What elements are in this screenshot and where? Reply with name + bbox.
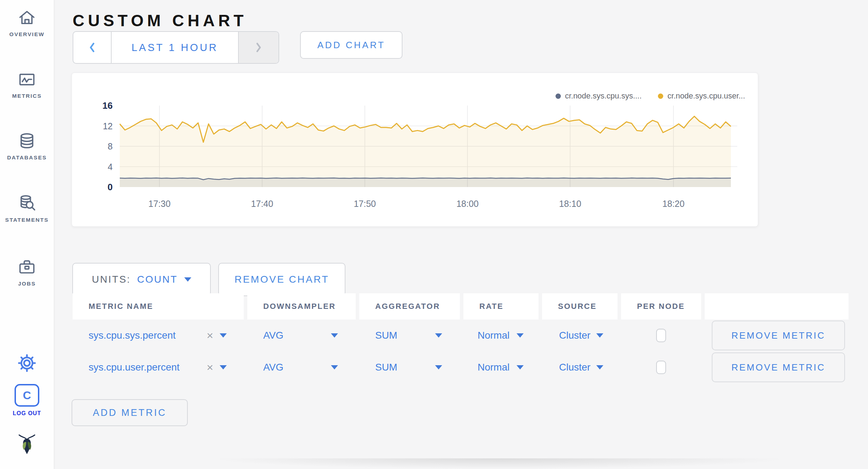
metric-row: sys.cpu.sys.percent × AVG SUM Normal Clu… [73, 320, 849, 351]
metric-row: sys.cpu.user.percent × AVG SUM Normal Cl… [73, 351, 849, 383]
per-node-checkbox[interactable] [656, 329, 666, 342]
add-chart-button[interactable]: ADD CHART [300, 31, 402, 59]
metric-name-dropdown[interactable]: × [207, 362, 227, 373]
svg-text:18:10: 18:10 [559, 199, 581, 209]
time-range-prev-button[interactable] [73, 32, 112, 63]
metrics-chart-icon [18, 70, 36, 89]
page-title: CUSTOM CHART [73, 11, 247, 30]
cockroach-c-icon: C [15, 384, 39, 407]
database-icon [18, 132, 36, 150]
sidebar-item-label: OVERVIEW [9, 31, 44, 38]
svg-text:16: 16 [102, 100, 113, 111]
chevron-right-icon [255, 41, 263, 53]
downsampler-dropdown[interactable]: AVG [247, 320, 356, 351]
downsampler-dropdown[interactable]: AVG [247, 351, 356, 383]
x-icon[interactable]: × [207, 330, 213, 341]
svg-text:4: 4 [108, 162, 113, 172]
legend-item-user[interactable]: cr.node.sys.cpu.user... [658, 91, 745, 101]
sidebar-item-label: JOBS [18, 281, 36, 287]
aggregator-dropdown[interactable]: SUM [359, 320, 460, 351]
remove-metric-button[interactable]: REMOVE METRIC [712, 321, 845, 350]
sidebar-item-label: DATABASES [7, 154, 47, 161]
logout-label: LOG OUT [13, 410, 41, 417]
chart-legend: cr.node.sys.cpu.sys.... cr.node.sys.cpu.… [556, 91, 745, 101]
column-header-aggregator: AGGREGATOR [359, 293, 460, 320]
sidebar-item-label: METRICS [12, 93, 42, 99]
caret-down-icon [220, 333, 227, 338]
svg-text:17:30: 17:30 [148, 199, 171, 209]
chevron-left-icon [88, 41, 96, 53]
metrics-table-header: METRIC NAME DOWNSAMPLER AGGREGATOR RATE … [73, 293, 849, 320]
sidebar-item-overview[interactable]: OVERVIEW [0, 9, 54, 38]
svg-text:17:40: 17:40 [251, 199, 274, 209]
svg-text:18:20: 18:20 [663, 199, 685, 209]
column-header-actions [705, 293, 849, 320]
units-dropdown[interactable]: UNITS: COUNT [72, 263, 211, 296]
remove-chart-button[interactable]: REMOVE CHART [218, 263, 345, 296]
briefcase-icon [18, 258, 36, 276]
caret-down-icon [331, 365, 338, 369]
x-icon[interactable]: × [207, 362, 213, 373]
per-node-checkbox[interactable] [656, 361, 666, 374]
chart-panel: 17:3017:4017:5018:0018:1018:201612840 cr… [72, 73, 758, 227]
column-header-downsampler: DOWNSAMPLER [247, 293, 356, 320]
sidebar-item-databases[interactable]: DATABASES [0, 132, 54, 161]
logout-button[interactable]: C LOG OUT [0, 384, 54, 417]
svg-text:17:50: 17:50 [354, 199, 376, 209]
rate-dropdown[interactable]: Normal [463, 320, 539, 351]
sidebar: OVERVIEW METRICS DATABASES STATEMENTS JO… [0, 0, 54, 469]
column-header-metric-name: METRIC NAME [73, 293, 244, 320]
time-range-picker: LAST 1 HOUR [73, 31, 279, 64]
svg-text:18:00: 18:00 [456, 199, 479, 209]
legend-label: cr.node.sys.cpu.sys.... [565, 91, 642, 101]
units-value: COUNT [137, 274, 178, 285]
legend-dot-user [658, 94, 663, 99]
units-label: UNITS: [92, 274, 131, 285]
sidebar-item-statements[interactable]: STATEMENTS [0, 194, 54, 223]
column-header-rate: RATE [463, 293, 539, 320]
legend-item-sys[interactable]: cr.node.sys.cpu.sys.... [556, 91, 642, 101]
metric-name-dropdown[interactable]: × [207, 330, 227, 341]
caret-down-icon [596, 333, 603, 338]
svg-text:12: 12 [103, 121, 113, 131]
home-icon [18, 9, 36, 27]
gear-icon [17, 353, 37, 373]
cockroachdb-bug-logo [18, 433, 36, 456]
metric-name[interactable]: sys.cpu.user.percent [89, 362, 180, 373]
aggregator-dropdown[interactable]: SUM [359, 351, 460, 383]
sidebar-item-label: STATEMENTS [5, 217, 49, 223]
remove-metric-button[interactable]: REMOVE METRIC [712, 352, 845, 382]
caret-down-icon [435, 365, 442, 369]
time-range-label[interactable]: LAST 1 HOUR [112, 32, 238, 63]
legend-label: cr.node.sys.cpu.user... [667, 91, 745, 101]
main-content: CUSTOM CHART LAST 1 HOUR ADD CHART 17:30… [54, 0, 868, 469]
rate-dropdown[interactable]: Normal [463, 351, 539, 383]
settings-button[interactable] [0, 353, 54, 373]
metric-name[interactable]: sys.cpu.sys.percent [89, 330, 176, 341]
statements-search-icon [18, 194, 36, 213]
caret-down-icon [596, 365, 603, 369]
source-dropdown[interactable]: Cluster [542, 320, 618, 351]
caret-down-icon [331, 333, 338, 338]
svg-text:0: 0 [108, 182, 113, 192]
column-header-per-node: PER NODE [621, 293, 701, 320]
time-range-next-button[interactable] [238, 32, 278, 63]
caret-down-icon [435, 333, 442, 338]
metrics-table: METRIC NAME DOWNSAMPLER AGGREGATOR RATE … [73, 293, 849, 383]
brand-logo [0, 433, 54, 456]
source-dropdown[interactable]: Cluster [542, 351, 618, 383]
sidebar-item-metrics[interactable]: METRICS [0, 70, 54, 99]
caret-down-icon [220, 365, 227, 369]
column-header-source: SOURCE [542, 293, 618, 320]
bottom-shadow [209, 458, 790, 469]
add-metric-button[interactable]: ADD METRIC [72, 399, 188, 426]
legend-dot-sys [556, 94, 561, 99]
sidebar-item-jobs[interactable]: JOBS [0, 258, 54, 287]
caret-down-icon [517, 333, 524, 338]
svg-text:8: 8 [108, 141, 113, 151]
caret-down-icon [184, 277, 191, 282]
caret-down-icon [517, 365, 524, 369]
